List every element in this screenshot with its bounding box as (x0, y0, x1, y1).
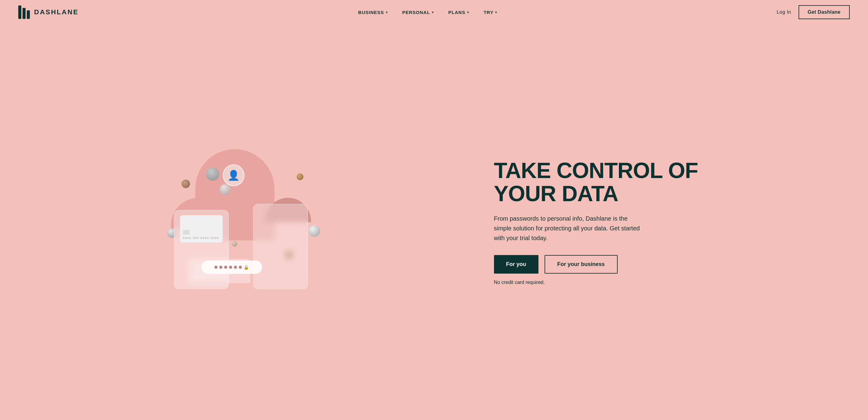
lock-icon: 🔒 (244, 265, 249, 270)
avatar-decoration: 👤 (223, 164, 245, 186)
password-dot (219, 266, 222, 269)
hero-content: TAKE CONTROL OF YOUR DATA From passwords… (476, 159, 850, 285)
card-chip (183, 230, 190, 235)
password-dot (229, 266, 232, 269)
nav-item-plans[interactable]: PLANS ▾ (448, 10, 469, 15)
sphere-silver-2-decoration (309, 225, 320, 237)
nav-item-business[interactable]: BUSINESS ▾ (358, 10, 388, 15)
for-your-business-button[interactable]: For your business (545, 255, 618, 273)
password-dot (234, 266, 237, 269)
navbar-actions: Log In Get Dashlane (777, 5, 850, 19)
navbar: DASHLANE BUSINESS ▾ PERSONAL ▾ PLANS ▾ T… (0, 0, 868, 24)
dashlane-logo-icon (18, 5, 30, 19)
chevron-down-icon: ▾ (467, 11, 469, 14)
no-credit-card-text: No credit card required. (494, 280, 850, 285)
for-you-button[interactable]: For you (494, 255, 538, 273)
chevron-down-icon: ▾ (432, 11, 434, 14)
sphere-brown-decoration (297, 173, 303, 180)
credit-card-visual: 0000 000 0000 0000 (180, 215, 223, 243)
get-dashlane-button[interactable]: Get Dashlane (799, 5, 850, 19)
nav-item-personal[interactable]: PERSONAL ▾ (402, 10, 434, 15)
hero-section: 👤 0000 000 0000 0000 (0, 24, 868, 420)
logo-area: DASHLANE (18, 5, 79, 19)
sphere-large-marble-decoration (206, 167, 219, 181)
hero-subtitle: From passwords to personal info, Dashlan… (494, 214, 646, 243)
hero-cta-buttons: For you For your business (494, 255, 850, 273)
sphere-marble-decoration (220, 184, 230, 195)
device-right-visual (253, 204, 308, 289)
nav-menu: BUSINESS ▾ PERSONAL ▾ PLANS ▾ TRY ▾ (358, 10, 497, 15)
nav-item-try[interactable]: TRY ▾ (484, 10, 497, 15)
sphere-small-decoration (232, 241, 237, 247)
device-left-visual: 0000 000 0000 0000 (174, 210, 229, 289)
sphere-decoration (182, 180, 190, 188)
password-dot (224, 266, 227, 269)
logo-text: DASHLANE (34, 8, 79, 16)
svg-rect-2 (27, 10, 30, 19)
chevron-down-icon: ▾ (386, 11, 388, 14)
hero-scene: 👤 0000 000 0000 0000 (159, 137, 335, 308)
password-dot (214, 266, 217, 269)
hero-title: TAKE CONTROL OF YOUR DATA (494, 159, 850, 205)
card-number: 0000 000 0000 0000 (183, 236, 220, 239)
chevron-down-icon: ▾ (495, 11, 497, 14)
hero-visual: 👤 0000 000 0000 0000 (18, 128, 476, 317)
person-icon: 👤 (227, 169, 240, 181)
password-dot (239, 266, 242, 269)
svg-rect-1 (23, 8, 26, 19)
password-bar-visual: 🔒 (201, 261, 262, 274)
login-button[interactable]: Log In (777, 9, 791, 15)
svg-rect-0 (18, 5, 21, 19)
